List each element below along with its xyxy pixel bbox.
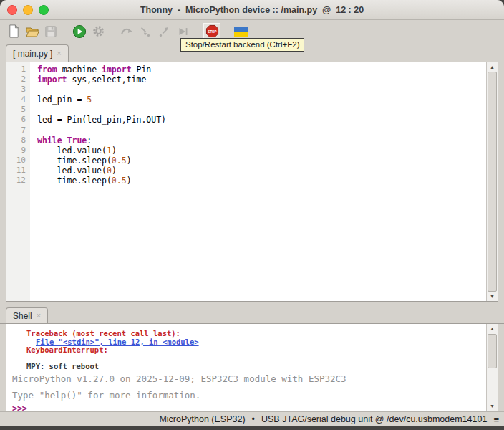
line-number: 10 — [6, 156, 26, 166]
scroll-up-arrow-icon[interactable]: ▲ — [487, 62, 498, 72]
run-button[interactable] — [72, 24, 87, 39]
line-number: 11 — [6, 166, 26, 176]
open-folder-icon — [25, 24, 39, 39]
text-cursor — [132, 176, 133, 185]
tab-main-py[interactable]: [ main.py ] × — [6, 44, 69, 62]
line-number: 1 — [6, 64, 26, 75]
editor-scrollbar: ▲ ▼ — [486, 62, 498, 301]
code-line[interactable]: led.value(1) — [37, 145, 498, 156]
code-line[interactable]: import sys,select,time — [37, 75, 498, 85]
window-title: Thonny - MicroPython device :: /main.py … — [140, 5, 364, 15]
shell-panel: Traceback (most recent call last):File "… — [6, 324, 498, 411]
line-number: 6 — [6, 115, 26, 125]
shell-line-prompt: >>> — [12, 403, 483, 412]
tab-shell[interactable]: Shell × — [6, 307, 48, 323]
scroll-down-arrow-icon[interactable]: ▼ — [487, 401, 498, 411]
line-number: 5 — [6, 105, 26, 115]
minimize-window-button[interactable] — [23, 5, 33, 15]
shell-line-faded: Type "help()" for more information. — [12, 387, 483, 403]
title-bar: Thonny - MicroPython device :: /main.py … — [0, 0, 504, 20]
shell-output[interactable]: Traceback (most recent call last):File "… — [6, 324, 498, 411]
stop-restart-button[interactable]: STOP — [203, 23, 220, 40]
line-number: 8 — [6, 135, 26, 145]
step-into-button[interactable] — [137, 24, 153, 39]
debug-gear-icon — [92, 24, 105, 38]
code-editor[interactable]: from machine import Pinimport sys,select… — [30, 62, 498, 301]
code-line[interactable]: time.sleep(0.5) — [37, 176, 498, 186]
traffic-lights — [7, 5, 49, 15]
resume-button[interactable] — [175, 24, 190, 39]
close-window-button[interactable] — [7, 5, 17, 15]
line-number: 9 — [6, 145, 26, 156]
code-line[interactable]: led_pin = 5 — [37, 95, 498, 105]
code-line[interactable]: time.sleep(0.5) — [37, 156, 498, 166]
editor-panel: 123456789101112 from machine import Pini… — [6, 62, 498, 302]
gutter: 123456789101112 — [6, 62, 30, 301]
shell-line-stderr: Traceback (most recent call last): — [12, 330, 483, 338]
step-over-icon — [120, 24, 134, 39]
shell-scrollbar: ▲ ▼ — [486, 324, 498, 411]
ukraine-flag-icon — [234, 27, 248, 37]
code-line[interactable]: from machine import Pin — [37, 64, 498, 75]
tab-close-icon[interactable]: × — [57, 49, 61, 57]
shell-line-blank — [12, 355, 483, 362]
new-file-icon — [7, 24, 21, 38]
code-line[interactable]: while True: — [37, 135, 498, 145]
shell-line-stdout: MPY: soft reboot — [12, 362, 483, 371]
open-file-button[interactable] — [24, 24, 40, 39]
code-line[interactable] — [37, 125, 498, 135]
shell-scrollbar-thumb[interactable] — [488, 334, 497, 368]
status-bullet: • — [252, 414, 255, 424]
shell-tab-strip: Shell × — [0, 305, 504, 324]
run-icon — [72, 24, 87, 39]
scroll-up-arrow-icon[interactable]: ▲ — [487, 324, 498, 333]
code-line[interactable]: led.value(0) — [37, 166, 498, 176]
code-line[interactable] — [37, 105, 498, 115]
tooltip: Stop/Restart backend (Ctrl+F2) — [180, 38, 304, 52]
step-out-button[interactable] — [156, 24, 172, 39]
step-into-icon — [139, 25, 152, 38]
step-over-button[interactable] — [119, 24, 135, 39]
shell-line-faded: MicroPython v1.27.0 on 2025-12-09; ESP32… — [12, 371, 483, 387]
debug-button[interactable] — [90, 24, 106, 39]
code-line[interactable]: led = Pin(led_pin,Pin.OUT) — [37, 115, 498, 125]
support-ukraine-button[interactable] — [233, 24, 249, 39]
step-out-icon — [158, 25, 170, 38]
shell-line-stderr: KeyboardInterrupt: — [12, 346, 483, 355]
save-button[interactable] — [43, 24, 59, 39]
code-line[interactable] — [37, 85, 498, 95]
line-number: 12 — [6, 176, 26, 186]
new-file-button[interactable] — [6, 24, 21, 39]
line-number: 2 — [6, 75, 26, 85]
scroll-down-arrow-icon[interactable]: ▼ — [487, 292, 498, 301]
line-number: 4 — [6, 95, 26, 105]
thonny-window: Thonny - MicroPython device :: /main.py … — [0, 0, 504, 425]
save-icon — [44, 25, 57, 38]
tab-close-icon[interactable]: × — [37, 312, 41, 320]
svg-text:STOP: STOP — [208, 30, 216, 34]
backend-menu-icon[interactable]: ≡ — [493, 414, 499, 425]
editor-scrollbar-thumb[interactable] — [488, 72, 497, 292]
tab-main-py-label: [ main.py ] — [13, 49, 52, 59]
tab-shell-label: Shell — [13, 311, 32, 321]
backend-label[interactable]: MicroPython (ESP32) — [159, 414, 245, 424]
resume-icon — [176, 25, 189, 38]
line-number: 3 — [6, 85, 26, 95]
status-bar: MicroPython (ESP32) • USB JTAG/serial de… — [0, 411, 504, 426]
zoom-window-button[interactable] — [39, 5, 49, 15]
line-number: 7 — [6, 125, 26, 135]
port-label[interactable]: USB JTAG/serial debug unit @ /dev/cu.usb… — [261, 414, 487, 424]
stop-icon: STOP — [205, 24, 219, 38]
